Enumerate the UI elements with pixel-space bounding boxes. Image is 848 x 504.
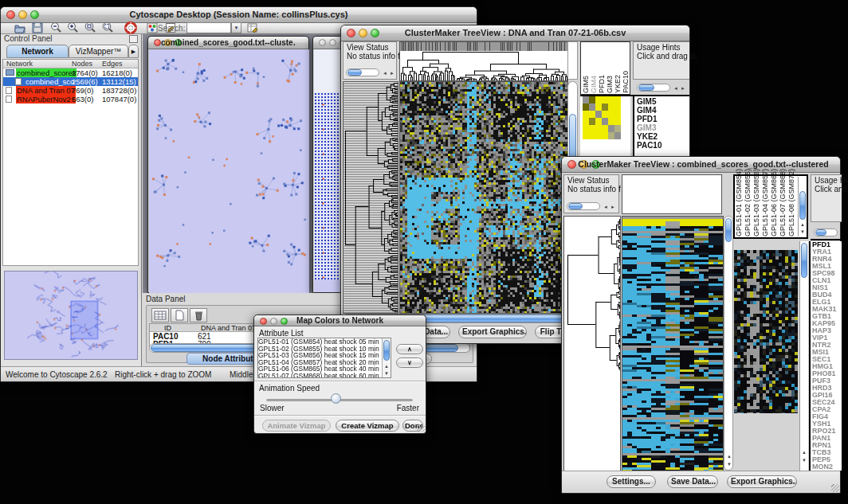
zoom-selected-icon[interactable] [84,21,96,34]
cluster-mini-heatmap[interactable] [583,96,621,139]
resize-grip[interactable] [417,424,425,432]
network-file-icon [6,96,12,103]
network-file-icon [6,69,14,76]
control-panel: Control Panel Network VizMapper™ ▶ Netwo… [1,34,142,366]
birdseye-view[interactable] [4,271,138,360]
gene-panel: PFD1YRA1RNR4MSL1SPC98CLN1NIS1BUD4ELG1MAK… [811,241,842,471]
minimize-icon[interactable] [329,39,336,46]
dialog-title: Map Colors to Network [267,316,413,325]
column-dendrogram[interactable] [622,174,722,214]
scroll-up-icon[interactable]: ▲ [800,222,805,227]
slider-thumb[interactable] [331,393,341,404]
desktop: Cytoscape Desktop (Session Name: collins… [0,0,848,504]
attribute-item[interactable]: GPL51-07 (GSM868) heat shock 60 min [258,373,391,379]
scroll-up-icon[interactable]: ▲ [727,454,732,459]
network-view-window: combined_scores_good.txt--cluste… [147,36,309,293]
search-dropdown-icon[interactable]: ▼ [231,22,241,33]
scroll-down-icon[interactable]: ▼ [802,458,807,463]
usage-hints-panel: Usage Hints Click and drag to [811,174,842,222]
column-dendrogram[interactable] [399,41,568,81]
scroll-thumb[interactable] [403,315,574,322]
network-table: Network Nodes Edges combined_scores 2764… [2,59,139,266]
network-rows: combined_scores 2764(0) 16218(0) combine… [3,68,138,104]
attribute-list[interactable]: GPL51-01 (GSM854) heat shock 05 minGPL51… [257,338,391,378]
column-labels-panel[interactable]: GIM5GIM4PFD1GIM3YKE2PAC10 [580,41,630,95]
scroll-right-icon[interactable]: ► [390,71,395,76]
data-panel-title: Data Panel [146,295,185,303]
close-icon[interactable] [154,39,161,46]
float-panel-icon[interactable] [129,35,138,43]
scroll-right-icon[interactable]: ► [681,86,685,91]
scroll-left-icon[interactable]: ◄ [673,86,678,91]
scroll-thumb[interactable] [725,218,732,242]
animate-vizmap-button[interactable]: Animate Vizmap [262,420,331,432]
move-up-button[interactable]: ∧ [396,344,423,354]
status-hint-zoom: Right-click + drag to ZOOM [115,370,211,379]
genes-vscrollbar[interactable]: ▲ ▼ [799,241,808,471]
view-status-scrollbar[interactable] [346,68,379,76]
zoom-out-icon[interactable] [50,21,62,34]
close-icon[interactable] [260,318,267,325]
search-input[interactable] [186,22,231,33]
scroll-down-icon[interactable]: ▼ [727,462,732,467]
close-icon[interactable] [319,39,326,46]
control-panel-title: Control Panel [4,34,53,43]
scroll-left-icon[interactable]: ◄ [383,71,387,76]
open-file-icon[interactable] [14,21,26,34]
network-file-icon [15,78,22,85]
tab-overflow-icon[interactable]: ▶ [128,45,139,58]
network-table-header[interactable]: Network Nodes Edges [3,60,138,68]
attribute-list-label: Attribute List [259,329,304,338]
heatmap[interactable] [399,81,568,314]
new-attribute-icon[interactable] [171,308,188,322]
scroll-down-icon[interactable]: ▼ [384,371,389,376]
global-mini-heatmap[interactable] [734,250,798,413]
status-welcome: Welcome to Cytoscape 2.6.2 [6,370,108,379]
vizmapper-icon[interactable] [146,21,159,34]
cytoscape-title: Cytoscape Desktop (Session Name: collins… [14,10,464,19]
column-labels-panel[interactable]: GPL51-01 (GSM854)GPL51-02 (GSM855)GPL51-… [733,174,808,239]
tab-network[interactable]: Network [6,45,69,58]
treeview2-window: ClusterMaker TreeView : combined_scores_… [561,156,841,494]
scroll-down-icon[interactable]: ▼ [800,229,805,234]
network-row[interactable]: DNA and Tran 07 769(0) 183728(0) [3,86,138,95]
row-dendrogram[interactable] [563,216,621,472]
scroll-left-icon[interactable]: ◄ [603,205,608,209]
heatmap-vscrollbar[interactable]: ▲ ▼ [724,216,733,471]
scroll-up-icon[interactable]: ▲ [384,364,389,369]
help-lifering-icon[interactable] [124,21,137,34]
cytoscape-titlebar[interactable]: Cytoscape Desktop (Session Name: collins… [1,7,477,23]
network-file-icon [6,87,12,94]
export-graphics-button[interactable]: Export Graphics... [727,475,797,488]
view-status-scrollbar[interactable] [567,202,600,210]
scroll-up-icon[interactable]: ▲ [802,450,807,455]
network-canvas[interactable] [149,49,309,293]
save-data-button[interactable]: Save Data... [667,475,718,488]
view-status-panel: View Status No status info f ◄ ► [343,41,397,80]
row-dendrogram[interactable] [343,81,398,314]
delete-attribute-icon[interactable] [190,308,207,322]
scroll-right-icon[interactable]: ► [610,205,615,209]
move-down-button[interactable]: ∨ [396,357,423,368]
network-row[interactable]: combined_sco 2569(6) 13112(15) [3,77,138,86]
attribute-select-icon[interactable] [151,308,169,322]
resize-grip[interactable] [831,484,839,492]
export-graphics-button[interactable]: Export Graphics... [458,326,527,338]
save-icon[interactable] [31,21,44,34]
usage-scrollbar[interactable] [637,84,670,92]
column-labels: GIM5GIM4PFD1GIM3YKE2PAC10 [583,71,630,93]
usage-scrollbar[interactable] [814,229,838,236]
network-row[interactable]: RNAPuberNov2+ 563(0) 107847(0) [3,95,138,104]
attribute-list-scrollbar[interactable]: ▲ ▼ [382,338,391,377]
labels-vscrollbar[interactable]: ▲ ▼ [798,177,807,236]
network-row[interactable]: combined_scores 2764(0) 16218(0) [3,68,138,77]
treeview1-title: ClusterMaker TreeView : DNA and Tran 07-… [354,28,677,37]
zoom-in-icon[interactable] [67,21,79,34]
map-colors-dialog: Map Colors to Network Attribute List GPL… [253,315,426,434]
settings-button[interactable]: Settings... [607,475,656,488]
zoom-fit-icon[interactable] [101,21,114,34]
tab-vizmapper[interactable]: VizMapper™ [69,45,128,58]
heatmap[interactable] [622,216,724,472]
create-vizmap-button[interactable]: Create Vizmap [336,420,399,432]
table-edit-icon[interactable] [246,21,259,34]
